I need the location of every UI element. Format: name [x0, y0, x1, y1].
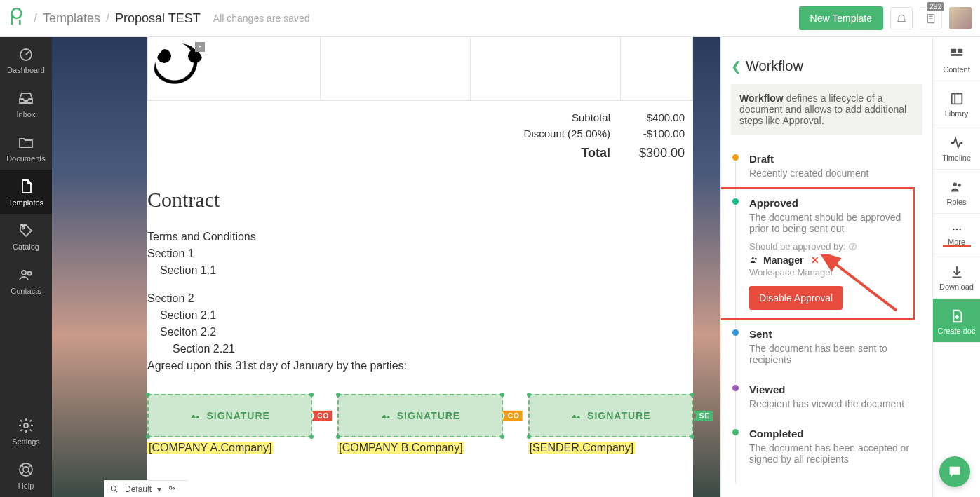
- activity-button[interactable]: 292: [920, 7, 942, 29]
- svg-point-23: [955, 229, 958, 231]
- nav-label: Templates: [0, 198, 52, 207]
- total-label: Total: [581, 146, 610, 161]
- nav-dashboard[interactable]: Dashboard: [0, 37, 52, 81]
- signature-block: SIGNATURE CO [COMPANY B.Company]: [337, 394, 502, 454]
- role-tag: SE: [694, 411, 713, 421]
- tool-label: Create doc: [933, 327, 980, 335]
- section-2-21: Section 2.21: [147, 341, 693, 358]
- svg-point-10: [173, 487, 174, 489]
- signature-field[interactable]: SIGNATURE CO: [147, 394, 312, 437]
- nav-label: Settings: [0, 437, 52, 446]
- roles-toggle-icon[interactable]: [167, 484, 177, 494]
- nav-settings[interactable]: Settings: [0, 409, 52, 453]
- signature-block: SIGNATURE CO [COMPANY A.Company]: [147, 394, 312, 454]
- zoom-label[interactable]: Default: [125, 484, 152, 494]
- remove-image-button[interactable]: ×: [195, 42, 205, 52]
- tool-content[interactable]: Content: [933, 37, 980, 81]
- user-avatar[interactable]: [949, 7, 972, 29]
- workflow-panel: ❮ Workflow Workflow defines a lifecycle …: [720, 37, 932, 497]
- approved-by-label: Should be approved by:: [749, 241, 922, 252]
- step-desc: Recipient has viewed the document: [749, 398, 922, 409]
- company-token[interactable]: [COMPANY B.Company]: [337, 442, 464, 454]
- step-dot-icon: [732, 154, 739, 161]
- step-dot-icon: [732, 329, 739, 336]
- back-chevron-icon[interactable]: ❮: [731, 59, 741, 74]
- workflow-step-draft: Draft Recently created document: [731, 147, 922, 191]
- discount-value: -$100.00: [630, 128, 685, 139]
- svg-point-22: [953, 229, 955, 231]
- step-title: Sent: [749, 328, 922, 340]
- workflow-step-sent: Sent The document has been sent to recip…: [731, 322, 922, 378]
- nav-templates[interactable]: Templates: [0, 170, 52, 214]
- nav-label: Dashboard: [0, 66, 52, 74]
- tool-create-doc[interactable]: Create doc: [933, 299, 980, 343]
- nav-contacts[interactable]: Contacts: [0, 258, 52, 302]
- signature-row: SIGNATURE CO [COMPANY A.Company] SIGNATU…: [147, 394, 693, 454]
- disable-approval-button[interactable]: Disable Approval: [749, 286, 843, 310]
- section-1-1: Section 1.1: [147, 262, 693, 279]
- signature-field[interactable]: SIGNATURE SE: [528, 394, 693, 437]
- tool-more[interactable]: More: [933, 214, 980, 254]
- step-dot-icon: [732, 429, 739, 435]
- tool-label: Timeline: [933, 154, 980, 162]
- nav-inbox[interactable]: Inbox: [0, 81, 52, 125]
- help-icon[interactable]: [848, 242, 857, 251]
- svg-point-14: [755, 258, 757, 260]
- zoom-icon: [109, 484, 119, 494]
- agreed-line: Agreed upon this 31st day of January by …: [147, 358, 693, 374]
- approver-name: Manager: [763, 254, 804, 266]
- zoom-caret-icon[interactable]: ▾: [157, 484, 161, 494]
- contract-heading: Contract: [147, 188, 693, 212]
- section-2: Section 2: [147, 290, 693, 307]
- workflow-step-completed: Completed The document has been accepted…: [731, 422, 922, 477]
- contract-block[interactable]: Contract Terms and Conditions Section 1 …: [147, 168, 693, 454]
- canvas: × Subtotal$400.00 Discount (25.00%)-$100…: [52, 37, 720, 497]
- step-desc: The document should be approved prior to…: [749, 212, 922, 234]
- breadcrumb-parent[interactable]: Templates: [43, 11, 100, 26]
- help-chat-button[interactable]: [939, 456, 970, 487]
- breadcrumb: / Templates / Proposal TEST: [34, 11, 201, 26]
- signature-label: SIGNATURE: [397, 410, 460, 421]
- notifications-button[interactable]: [890, 7, 913, 29]
- svg-point-4: [28, 272, 32, 275]
- tool-label: Library: [933, 109, 980, 118]
- svg-point-9: [170, 486, 173, 489]
- svg-point-12: [852, 248, 853, 249]
- section-1: Section 1: [147, 245, 693, 262]
- nav-documents[interactable]: Documents: [0, 125, 52, 170]
- new-template-button[interactable]: New Template: [799, 6, 883, 30]
- workflow-info: Workflow defines a lifecycle of a docume…: [731, 84, 922, 135]
- document-page[interactable]: × Subtotal$400.00 Discount (25.00%)-$100…: [147, 37, 693, 497]
- terms-heading: Terms and Conditions: [147, 229, 693, 245]
- nav-label: Contacts: [0, 287, 52, 295]
- nav-catalog[interactable]: Catalog: [0, 214, 52, 258]
- company-token[interactable]: [SENDER.Company]: [528, 442, 636, 454]
- right-tool-sidebar: Content Library Timeline Roles More Down…: [932, 37, 980, 497]
- users-icon: [749, 255, 759, 265]
- signature-field[interactable]: SIGNATURE CO: [337, 394, 502, 437]
- step-title: Completed: [749, 428, 922, 440]
- tool-roles[interactable]: Roles: [933, 170, 980, 214]
- activity-badge: 292: [927, 2, 944, 11]
- product-image-cell[interactable]: ×: [151, 40, 207, 96]
- workflow-step-approved: Approved The document should be approved…: [731, 191, 922, 322]
- step-dot-icon: [732, 385, 739, 391]
- nav-help[interactable]: Help: [0, 453, 52, 497]
- svg-point-3: [22, 271, 26, 275]
- section-2-1: Section 2.1: [147, 307, 693, 324]
- save-status: All changes are saved: [213, 13, 310, 24]
- tool-timeline[interactable]: Timeline: [933, 125, 980, 170]
- svg-point-5: [24, 423, 28, 428]
- nav-label: Inbox: [0, 110, 52, 118]
- svg-point-2: [22, 227, 25, 229]
- remove-approver-button[interactable]: ✕: [811, 254, 819, 266]
- app-header: / Templates / Proposal TEST All changes …: [0, 0, 980, 37]
- tool-label: Roles: [933, 198, 980, 206]
- workflow-step-viewed: Viewed Recipient has viewed the document: [731, 378, 922, 422]
- tool-library[interactable]: Library: [933, 81, 980, 125]
- tool-download[interactable]: Download: [933, 254, 980, 299]
- company-token[interactable]: [COMPANY A.Company]: [147, 442, 273, 454]
- step-desc: Recently created document: [749, 168, 922, 179]
- left-sidebar: Dashboard Inbox Documents Templates Cata…: [0, 37, 52, 497]
- step-title: Viewed: [749, 383, 922, 395]
